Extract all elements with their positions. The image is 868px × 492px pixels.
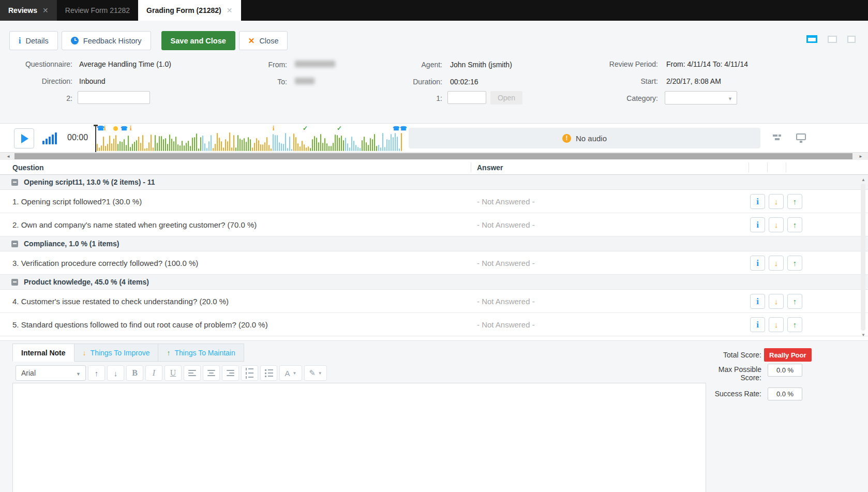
ordered-list-button[interactable] — [241, 365, 258, 381]
waveform[interactable]: ☎i☎ii✓✓☎☎ — [96, 125, 406, 152]
info-marker-icon[interactable]: i — [104, 125, 106, 132]
mark-maintain-button[interactable]: ↑ — [787, 294, 802, 309]
question-table-header: Question Answer — [0, 160, 868, 175]
group-title: Product knowledge, 45.0 % (4 items) — [24, 278, 149, 286]
mark-maintain-button[interactable]: ↑ — [787, 317, 802, 332]
bullet-list-button[interactable] — [260, 365, 277, 381]
scroll-up-icon[interactable]: ▲ — [860, 176, 867, 183]
tab-label: Grading Form (21282) — [146, 6, 221, 14]
scrollbar-thumb[interactable] — [861, 184, 865, 331]
font-family-select[interactable]: Arial ▼ — [16, 365, 86, 381]
align-right-button[interactable] — [222, 365, 239, 381]
waveform-bars — [97, 132, 405, 151]
underline-button[interactable]: U — [164, 365, 182, 381]
tab-grading-form[interactable]: Grading Form (21282) ✕ — [138, 0, 241, 21]
question-column-header: Question — [12, 163, 44, 172]
info-marker-icon[interactable]: i — [273, 125, 274, 132]
question-text: 3. Verification procedure correctly foll… — [12, 259, 198, 267]
mark-improve-button[interactable]: ↓ — [769, 194, 784, 209]
collapse-group-icon[interactable] — [11, 241, 18, 247]
notes-and-score-section: Internal Note ↓ Things To Improve ↑ Thin… — [0, 340, 868, 492]
question-info-button[interactable]: i — [750, 294, 765, 309]
tab-internal-note[interactable]: Internal Note — [12, 344, 74, 362]
mark-improve-button[interactable]: ↓ — [769, 294, 784, 309]
open-button[interactable]: Open — [490, 91, 522, 105]
field1-input[interactable] — [447, 91, 486, 104]
playback-time: 00:00 — [67, 133, 88, 142]
question-info-button[interactable]: i — [750, 256, 765, 271]
highlight-button[interactable]: ✎▼ — [304, 365, 327, 381]
mark-improve-button[interactable]: ↓ — [769, 256, 784, 271]
scrollbar-thumb[interactable] — [14, 153, 852, 159]
save-and-close-button[interactable]: Save and Close — [161, 31, 235, 50]
scroll-right-icon[interactable]: ► — [857, 153, 865, 160]
field2-label: 2: — [0, 94, 72, 102]
details-button[interactable]: i Details — [9, 31, 58, 50]
screen-icon[interactable] — [796, 133, 806, 140]
question-info-button[interactable]: i — [750, 194, 765, 209]
category-select[interactable]: ▼ — [665, 91, 737, 105]
group-title: Opening script11, 13.0 % (2 items) - 11 — [24, 178, 155, 186]
font-color-button[interactable]: A▼ — [279, 365, 302, 381]
arrow-down-icon: ↓ — [83, 349, 86, 357]
play-button[interactable] — [14, 128, 34, 148]
layout-window-icon[interactable] — [828, 36, 837, 43]
start-label: Start: — [559, 77, 658, 85]
close-tab-icon[interactable]: ✕ — [42, 6, 49, 14]
tab-reviews[interactable]: Reviews ✕ — [0, 0, 57, 21]
question-info-button[interactable]: i — [750, 317, 765, 332]
success-rate-input[interactable] — [768, 387, 802, 400]
layout-horizontal-icon[interactable] — [806, 35, 817, 43]
direction-label: Direction: — [0, 77, 72, 85]
scroll-down-icon[interactable]: ▼ — [860, 332, 867, 338]
field1-label: 1: — [362, 94, 442, 102]
pin-marker-icon[interactable]: ☎ — [97, 125, 104, 132]
feedback-history-button[interactable]: Feedback History — [62, 31, 151, 50]
timeline-horizontal-scrollbar[interactable]: ◄ ► — [0, 153, 868, 160]
info-marker-icon[interactable]: i — [130, 125, 131, 132]
mark-maintain-button[interactable]: ↑ — [787, 217, 802, 232]
group-header-row[interactable]: Compliance, 1.0 % (1 items) — [0, 236, 868, 251]
tab-review-form[interactable]: Review Form 21282 — [57, 0, 138, 21]
check-marker-icon[interactable]: ✓ — [337, 125, 342, 132]
group-header-row[interactable]: Opening script11, 13.0 % (2 items) - 11 — [0, 175, 868, 190]
phone-marker-icon[interactable]: ☎ — [121, 125, 128, 132]
group-header-row[interactable]: Product knowledge, 45.0 % (4 items) — [0, 275, 868, 290]
phone-marker-icon[interactable]: ☎ — [393, 125, 400, 132]
move-up-button[interactable]: ↑ — [88, 365, 105, 381]
align-left-button[interactable] — [184, 365, 201, 381]
mark-improve-button[interactable]: ↓ — [769, 217, 784, 232]
italic-button[interactable]: I — [145, 365, 162, 381]
table-vertical-scrollbar[interactable]: ▲ ▼ — [860, 176, 867, 338]
collapse-group-icon[interactable] — [11, 179, 18, 186]
channels-icon[interactable] — [773, 135, 782, 142]
collapse-group-icon[interactable] — [11, 279, 18, 286]
scroll-left-icon[interactable]: ◄ — [4, 153, 12, 160]
tab-label: Reviews — [8, 6, 37, 14]
tab-things-to-maintain[interactable]: ↑ Things To Maintain — [158, 344, 244, 362]
tab-things-to-improve[interactable]: ↓ Things To Improve — [74, 344, 159, 362]
tab-label: Review Form 21282 — [65, 6, 130, 14]
question-row: 1. Opening script followed?1 (30.0 %)- N… — [0, 190, 868, 213]
align-center-button[interactable] — [203, 365, 220, 381]
phone-marker-icon[interactable]: ☎ — [400, 125, 407, 132]
max-possible-score-input[interactable] — [768, 364, 802, 377]
italic-icon: I — [153, 368, 155, 378]
mark-improve-button[interactable]: ↓ — [769, 317, 784, 332]
tab-label: Things To Maintain — [174, 349, 235, 357]
note-text-area[interactable] — [12, 383, 706, 492]
close-tab-icon[interactable]: ✕ — [227, 6, 233, 14]
question-info-button[interactable]: i — [750, 217, 765, 232]
close-button[interactable]: ✕ Close — [239, 31, 288, 50]
mark-maintain-button[interactable]: ↑ — [787, 256, 802, 271]
check-marker-icon[interactable]: ✓ — [303, 125, 308, 132]
field2-input[interactable] — [78, 91, 150, 104]
volume-icon[interactable] — [42, 132, 57, 144]
playhead-cursor[interactable] — [95, 125, 96, 152]
layout-maximize-icon[interactable] — [847, 36, 856, 43]
mark-maintain-button[interactable]: ↑ — [787, 194, 802, 209]
move-down-button[interactable]: ↓ — [107, 365, 124, 381]
bulb-marker-icon[interactable] — [113, 126, 118, 131]
answer-text: - Not Answered - — [477, 197, 535, 206]
bold-button[interactable]: B — [126, 365, 143, 381]
